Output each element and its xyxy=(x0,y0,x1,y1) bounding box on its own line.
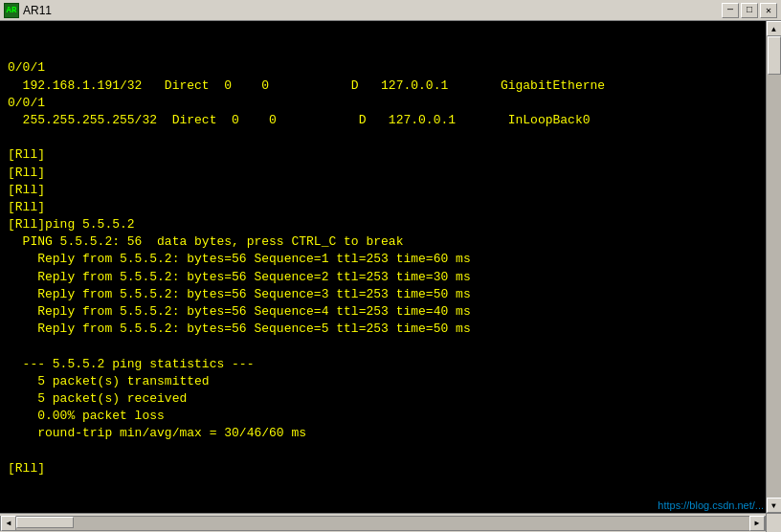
terminal-line: [Rll] xyxy=(8,182,758,199)
terminal-line: Reply from 5.5.5.2: bytes=56 Sequence=4 … xyxy=(8,303,758,321)
terminal-line: Reply from 5.5.5.2: bytes=56 Sequence=3 … xyxy=(8,286,758,303)
close-button[interactable]: ✕ xyxy=(760,3,777,18)
terminal-line: 0/0/1 xyxy=(8,95,758,112)
terminal-line: 5 packet(s) transmitted xyxy=(8,373,758,390)
terminal-line: 0.00% packet loss xyxy=(8,408,758,425)
app-icon: AR xyxy=(4,3,19,18)
terminal-line: [Rll]ping 5.5.5.2 xyxy=(8,216,758,233)
scroll-track-v xyxy=(767,36,781,498)
watermark: https://blog.csdn.net/... xyxy=(658,499,764,511)
terminal-line: PING 5.5.5.2: 56 data bytes, press CTRL_… xyxy=(8,233,758,251)
window-title: AR11 xyxy=(23,4,52,17)
terminal-line: [Rll] xyxy=(8,146,758,164)
scroll-thumb-v[interactable] xyxy=(768,36,781,75)
scroll-down-button[interactable]: ▼ xyxy=(767,498,782,513)
terminal-line: 192.168.1.191/32 Direct 0 0 D 127.0.0.1 … xyxy=(8,78,758,95)
terminal-line: Reply from 5.5.5.2: bytes=56 Sequence=2 … xyxy=(8,269,758,286)
corner-box xyxy=(766,514,781,533)
scroll-left-button[interactable]: ◀ xyxy=(1,516,16,531)
terminal-line xyxy=(8,129,758,146)
terminal-line xyxy=(8,477,758,495)
terminal-line: [Rll] xyxy=(8,460,758,477)
scroll-track-h xyxy=(16,517,749,530)
title-bar-left: AR AR11 xyxy=(4,3,52,18)
bottom-bar: ◀ ▶ xyxy=(0,513,781,532)
title-bar: AR AR11 ─ □ ✕ xyxy=(0,0,781,21)
terminal-line xyxy=(8,443,758,460)
minimize-button[interactable]: ─ xyxy=(722,3,739,18)
scroll-right-button[interactable]: ▶ xyxy=(749,516,765,531)
scroll-thumb-h[interactable] xyxy=(16,517,74,528)
terminal-line: round-trip min/avg/max = 30/46/60 ms xyxy=(8,425,758,442)
terminal-line: --- 5.5.5.2 ping statistics --- xyxy=(8,356,758,373)
scrollbar-horizontal[interactable]: ◀ ▶ xyxy=(0,516,766,531)
terminal-line: [Rll] xyxy=(8,199,758,216)
scroll-up-button[interactable]: ▲ xyxy=(767,21,782,36)
maximize-button[interactable]: □ xyxy=(741,3,758,18)
terminal-line: Reply from 5.5.5.2: bytes=56 Sequence=5 … xyxy=(8,321,758,338)
terminal-line: 5 packet(s) received xyxy=(8,390,758,408)
terminal-area: 0/0/1 192.168.1.191/32 Direct 0 0 D 127.… xyxy=(0,21,781,513)
terminal-line: 0/0/1 xyxy=(8,59,758,77)
title-bar-controls: ─ □ ✕ xyxy=(722,3,777,18)
scrollbar-vertical[interactable]: ▲ ▼ xyxy=(766,21,781,513)
terminal-line xyxy=(8,338,758,355)
terminal-content[interactable]: 0/0/1 192.168.1.191/32 Direct 0 0 D 127.… xyxy=(0,21,766,513)
terminal-line: [Rll] xyxy=(8,165,758,182)
terminal-line: Reply from 5.5.5.2: bytes=56 Sequence=1 … xyxy=(8,251,758,268)
terminal-line: 255.255.255.255/32 Direct 0 0 D 127.0.0.… xyxy=(8,112,758,129)
